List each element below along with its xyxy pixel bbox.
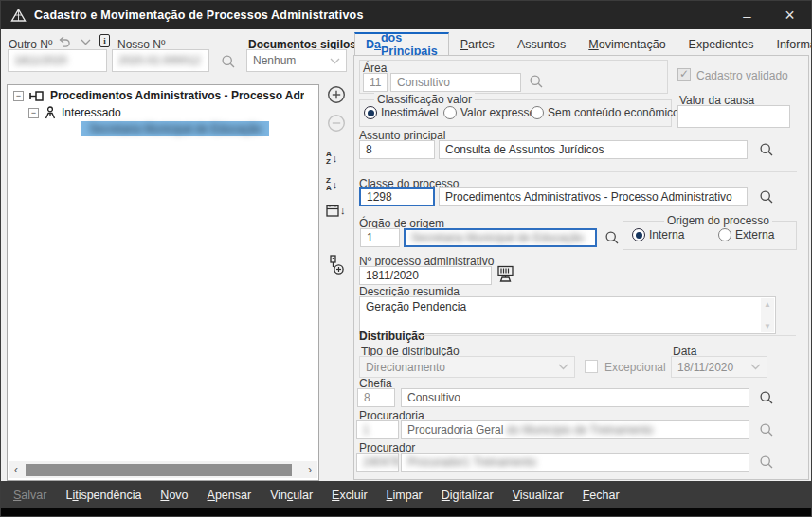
radio-icon (718, 228, 731, 241)
excepcional-label: Excepcional (604, 361, 666, 374)
tree-horizontal-scrollbar[interactable]: ‹ › (9, 461, 317, 478)
tree-collapse-icon[interactable]: − (13, 91, 24, 101)
data-select[interactable]: 18/11/2020 (671, 356, 767, 378)
app-window: Cadastro e Movimentação de Processos Adm… (0, 0, 812, 517)
distribuicao-divider (419, 335, 796, 336)
title-bar: Cadastro e Movimentação de Processos Adm… (1, 1, 811, 29)
classe-search-icon[interactable] (759, 189, 774, 205)
radio-interna[interactable]: Interna (632, 228, 684, 241)
area-code-input[interactable]: 11 (363, 73, 388, 92)
excepcional-checkbox[interactable] (585, 360, 598, 373)
area-search-icon[interactable] (529, 74, 544, 89)
cadastro-validado-checkbox[interactable] (677, 68, 691, 81)
tab-assuntos[interactable]: Assuntos (506, 32, 577, 55)
radio-sem-conteudo[interactable]: Sem conteúdo econômico (531, 106, 679, 119)
digitalizar-button[interactable]: Digitalizar (442, 489, 494, 502)
vincular-button[interactable]: Vincular (270, 489, 313, 502)
barcode-icon[interactable] (496, 265, 515, 284)
procurador-code-input[interactable]: 240478 (356, 453, 399, 472)
cadastro-validado-label: Cadastro validado (696, 69, 788, 82)
origem-label: Origem do processo (664, 214, 772, 227)
tree-selected-node[interactable]: Secretaria Municipal de Educação (81, 121, 269, 136)
radio-icon (443, 106, 457, 119)
procuradoria-code-input[interactable]: 1 (356, 420, 399, 439)
window-bottom-edge (1, 508, 812, 517)
assunto-search-icon[interactable] (759, 142, 774, 157)
orgao-code-input[interactable]: 1 (360, 228, 400, 247)
tree-root-node[interactable]: Procedimentos Administrativos - Processo… (50, 89, 304, 102)
search-icon[interactable] (221, 54, 236, 69)
radio-icon (531, 106, 544, 119)
process-tree: − Procedimentos Administrativos - Proces… (7, 84, 319, 481)
chefia-code-input[interactable]: 8 (357, 388, 395, 407)
area-name-input[interactable]: Consultivo (390, 73, 521, 92)
tree-interessado-node[interactable]: Interessado (62, 106, 121, 119)
valor-causa-input[interactable] (677, 105, 790, 128)
tab-bar: Dados Principais Partes Assuntos Movimen… (354, 32, 812, 55)
nproc-input[interactable]: 1811/2020 (359, 266, 492, 285)
close-button[interactable]: × (768, 1, 811, 29)
radio-inestimavel[interactable]: Inestimável (364, 106, 439, 119)
sort-by-date-button[interactable]: ↓ (326, 204, 346, 217)
section-divider (359, 171, 797, 172)
tipo-dist-select[interactable]: Direcionamento (359, 356, 575, 378)
tab-movimentacao[interactable]: Movimentação (577, 32, 677, 55)
tree-collapse-icon[interactable]: − (28, 108, 39, 118)
scroll-left-icon[interactable]: ‹ (9, 463, 24, 476)
radio-selected-icon (632, 228, 645, 241)
visualizar-button[interactable]: Visualizar (513, 489, 564, 502)
radio-selected-icon (364, 106, 377, 119)
textarea-scrollbar[interactable]: ▲▼ (761, 298, 774, 332)
chevron-down-icon[interactable] (81, 39, 91, 45)
excluir-button[interactable]: Excluir (332, 489, 368, 502)
nosso-no-input[interactable]: 2020.02.000012 (112, 49, 209, 72)
limpar-button[interactable]: Limpar (387, 489, 423, 502)
add-interested-party-button[interactable] (327, 255, 345, 276)
scroll-down-icon: ▼ (764, 322, 771, 330)
apensar-button[interactable]: Apensar (208, 489, 252, 502)
novo-button[interactable]: Novo (160, 489, 188, 502)
distribuicao-label: Distribuição (359, 330, 424, 343)
app-logo-icon (10, 9, 27, 23)
orgao-search-icon[interactable] (604, 230, 620, 245)
scrollbar-thumb[interactable] (26, 464, 292, 476)
sort-za-button[interactable]: ZA↓ (326, 177, 337, 192)
assunto-name-input[interactable]: Consulta de Assuntos Jurídicos (439, 140, 748, 159)
salvar-button[interactable]: Salvar (13, 489, 46, 502)
tab-partes[interactable]: Partes (449, 32, 506, 55)
tab-expedientes[interactable]: Expedientes (677, 32, 766, 55)
orgao-name-input[interactable]: Secretaria Municipal de Educação (404, 228, 597, 247)
tab-dados-principais[interactable]: Dados Principais (354, 32, 449, 55)
procurador-search-icon[interactable] (759, 455, 774, 470)
add-node-button[interactable] (327, 85, 346, 104)
documentos-sigilosos-select[interactable]: Nenhum (246, 49, 347, 72)
outro-no-input[interactable]: 1811/2020 (8, 49, 107, 72)
dados-principais-panel: Área 11 Consultivo Cadastro validado Cla… (353, 55, 809, 480)
person-icon (45, 106, 56, 119)
procurador-name-input[interactable]: Procurador1 Treinamento (401, 453, 749, 472)
info-icon[interactable]: i (99, 34, 110, 47)
process-node-icon (29, 90, 45, 102)
scroll-up-icon: ▲ (764, 300, 771, 309)
chefia-search-icon[interactable] (759, 390, 774, 405)
undo-icon[interactable] (58, 36, 71, 48)
classe-name-input[interactable]: Procedimentos Administrativos - Processo… (439, 187, 748, 206)
command-bar: Salvar Litispendência Novo Apensar Vincu… (1, 481, 812, 508)
minimize-button[interactable]: – (726, 1, 768, 29)
sort-az-button[interactable]: AZ↓ (326, 151, 337, 166)
procuradoria-search-icon[interactable] (759, 422, 774, 437)
chefia-name-input[interactable]: Consultivo (401, 388, 749, 407)
classe-code-input[interactable]: 1298 (359, 187, 435, 206)
radio-externa[interactable]: Externa (718, 228, 774, 241)
scroll-right-icon[interactable]: › (302, 463, 317, 476)
remove-node-button[interactable] (327, 114, 346, 133)
descricao-textarea[interactable]: Geração Pendencia ▲▼ (359, 296, 776, 334)
litispendencia-button[interactable]: Litispendência (65, 489, 141, 502)
classificacao-label: Classificação valor (374, 93, 475, 106)
window-title: Cadastro e Movimentação de Processos Adm… (34, 9, 364, 22)
fechar-button[interactable]: Fechar (583, 489, 620, 502)
procuradoria-name-input[interactable]: Procuradoria Geral do Município de Trein… (401, 420, 749, 439)
tab-informacoes[interactable]: Informações (765, 32, 812, 55)
radio-valor-expresso[interactable]: Valor expresso (443, 106, 535, 119)
assunto-code-input[interactable]: 8 (359, 140, 435, 159)
